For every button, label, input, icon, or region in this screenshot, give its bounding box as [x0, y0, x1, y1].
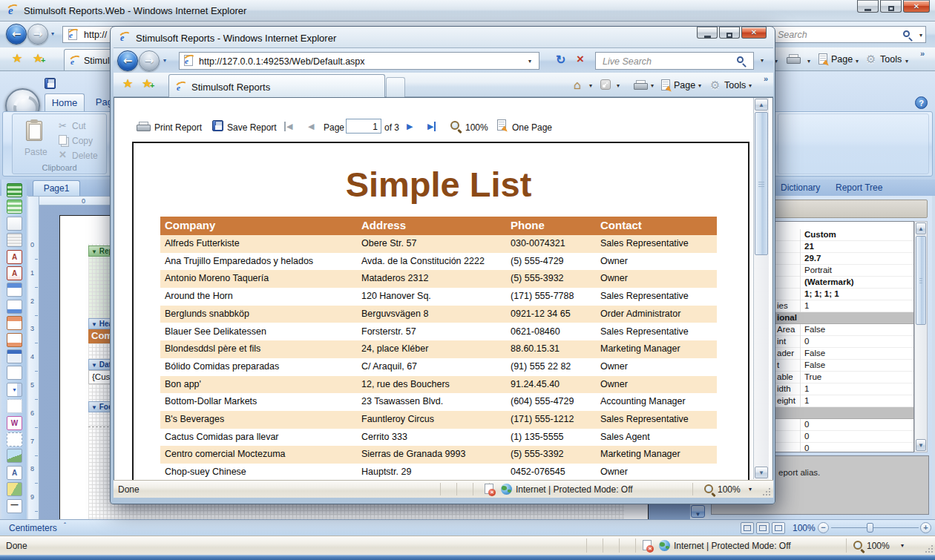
home-icon[interactable]: ⌂ — [574, 79, 581, 90]
toolbox-shapes-picture-icon[interactable] — [7, 482, 22, 496]
panel-tab-report-tree[interactable]: Report Tree — [836, 182, 882, 193]
ribbon-tab-home[interactable]: Home — [45, 93, 85, 111]
zoom-dropdown-icon[interactable]: ▾ — [901, 543, 904, 549]
front-zoom-dropdown-icon[interactable]: ▾ — [749, 487, 752, 493]
favorites-icon[interactable]: ★ — [12, 53, 22, 65]
front-favorites-icon[interactable]: ★ — [122, 78, 133, 90]
front-tab[interactable]: e Stimulsoft Reports — [168, 74, 385, 97]
add-favorite-icon[interactable]: ★ — [33, 53, 43, 65]
toolbox-panel-split-bottom-icon[interactable] — [7, 333, 22, 347]
feeds-dropdown-icon[interactable]: ▾ — [617, 83, 620, 89]
front-scrollbar-thumb[interactable] — [755, 112, 768, 255]
toolbox-page-gray-icon[interactable] — [7, 233, 22, 247]
more-commands-icon[interactable]: » — [920, 49, 925, 58]
front-page-menu-label[interactable]: Page — [674, 80, 695, 90]
view-mode-1-button[interactable] — [741, 522, 754, 534]
save-icon[interactable] — [45, 78, 56, 89]
front-tools-label[interactable]: Tools — [724, 80, 746, 90]
toolbox-dotted-line-icon[interactable] — [7, 399, 22, 413]
zoom-slider-track[interactable] — [831, 527, 919, 528]
front-address-dropdown-icon[interactable]: ▾ — [528, 59, 531, 65]
save-report-icon[interactable] — [212, 120, 223, 131]
front-zoom-icon[interactable] — [704, 484, 713, 493]
front-page-error-icon[interactable] — [485, 484, 493, 494]
front-scroll-down-icon[interactable]: ▼ — [755, 467, 768, 478]
viewer-zoom-icon[interactable] — [450, 121, 459, 130]
front-tools-gear-icon[interactable]: ⚙ — [710, 79, 720, 90]
copy-icon[interactable] — [59, 135, 67, 145]
front-page-menu-icon[interactable] — [661, 79, 670, 90]
history-dropdown-icon[interactable]: ▾ — [51, 31, 54, 37]
panel-tab-dictionary[interactable]: Dictionary — [781, 182, 820, 193]
front-forward-button[interactable]: → — [139, 50, 160, 71]
cut-label[interactable]: Cut — [72, 121, 86, 131]
page-error-icon[interactable] — [643, 540, 652, 550]
canvas-scroll-down-button[interactable]: ▼ — [691, 505, 705, 518]
delete-icon[interactable]: ✕ — [59, 149, 67, 160]
zoom-in-button[interactable]: + — [920, 522, 931, 533]
front-more-commands-icon[interactable]: » — [764, 74, 768, 83]
save-report-label[interactable]: Save Report — [227, 122, 277, 133]
prev-page-button[interactable]: ◀ — [308, 122, 314, 131]
toolbox-panel-split-top-icon[interactable] — [7, 316, 22, 330]
toolbox-horizontal-line-icon[interactable]: — — [7, 499, 22, 513]
toolbox-form-window-icon[interactable] — [7, 349, 22, 363]
toolbox-image-picture-icon[interactable] — [7, 449, 22, 463]
page-menu-dropdown-icon[interactable]: ▾ — [856, 59, 859, 65]
toolbox-rich-text-red-icon[interactable]: A — [7, 266, 22, 280]
front-minimize-button[interactable] — [697, 27, 718, 39]
units-label[interactable]: Centimeters — [9, 523, 57, 533]
next-page-button[interactable]: ▶ — [407, 122, 413, 131]
front-add-favorite-icon[interactable]: ★ — [142, 78, 152, 90]
scroll-up-icon[interactable]: ▲ — [916, 223, 926, 234]
search-dropdown-icon[interactable]: ▾ — [919, 33, 922, 39]
minimize-button[interactable] — [857, 0, 879, 13]
page-menu-icon[interactable] — [818, 53, 827, 65]
back-button[interactable]: ← — [6, 24, 27, 45]
toolbox-tree-green-icon[interactable] — [7, 366, 22, 380]
print-icon[interactable] — [787, 54, 799, 65]
maximize-button[interactable] — [880, 0, 902, 13]
front-print-icon[interactable] — [634, 80, 646, 90]
one-page-icon[interactable] — [497, 119, 506, 131]
toolbox-text-red-icon[interactable]: A — [7, 250, 22, 264]
view-mode-2-button[interactable] — [756, 522, 770, 534]
last-page-button[interactable]: ▶ — [427, 122, 436, 131]
search-icon[interactable] — [903, 30, 910, 37]
close-button[interactable]: ✕ — [903, 0, 930, 13]
toolbox-dashed-frame-icon[interactable] — [7, 432, 22, 447]
property-grid-scrollbar[interactable]: ▲ ▼ — [914, 221, 928, 452]
toolbox-combo-blue-icon[interactable]: ▼ — [7, 383, 22, 397]
scroll-down-icon[interactable]: ▼ — [916, 439, 926, 451]
toolbox-band-green-light-icon[interactable] — [7, 200, 22, 214]
toolbox-text-block-icon[interactable]: A — [7, 466, 22, 480]
front-maximize-button[interactable] — [719, 27, 740, 39]
front-search-icon[interactable] — [737, 56, 744, 63]
page-number-input[interactable]: 1 — [346, 119, 381, 134]
first-page-button[interactable]: ◀ — [284, 122, 292, 131]
viewer-zoom-label[interactable]: 100% — [465, 122, 488, 133]
front-page-dropdown-icon[interactable]: ▾ — [698, 83, 701, 89]
toolbox-band-green-icon[interactable] — [7, 183, 22, 197]
paste-icon[interactable] — [26, 121, 42, 141]
zoom-icon[interactable] — [853, 541, 862, 550]
toolbox-word-w-icon[interactable]: W — [7, 416, 22, 430]
front-address-bar[interactable]: e http://127.0.0.1:49253/Web/Default.asp… — [179, 52, 539, 70]
home-dropdown-icon[interactable]: ▾ — [589, 83, 592, 89]
page-tab[interactable]: Page1 — [33, 180, 80, 196]
front-search-dropdown-icon[interactable]: ▾ — [761, 58, 764, 64]
refresh-icon[interactable]: ↻ — [556, 53, 565, 67]
toolbox-page-blank-icon[interactable] — [7, 217, 22, 231]
print-report-icon[interactable] — [137, 122, 149, 132]
view-mode-3-button[interactable] — [772, 522, 785, 534]
live-search-box[interactable]: Live Search — [595, 52, 754, 70]
front-scrollbar[interactable]: ▲ ▼ — [753, 98, 769, 479]
print-dropdown-icon[interactable]: ▾ — [807, 59, 810, 65]
tools-gear-icon[interactable]: ⚙ — [866, 53, 876, 65]
toolbox-panel-blue-bottom-icon[interactable] — [7, 300, 22, 314]
tools-menu-label[interactable]: Tools — [880, 54, 902, 65]
zoom-out-button[interactable]: − — [818, 522, 829, 533]
front-back-button[interactable]: ← — [117, 50, 138, 71]
page-menu-label[interactable]: Page — [831, 54, 853, 65]
delete-label[interactable]: Delete — [72, 151, 98, 161]
